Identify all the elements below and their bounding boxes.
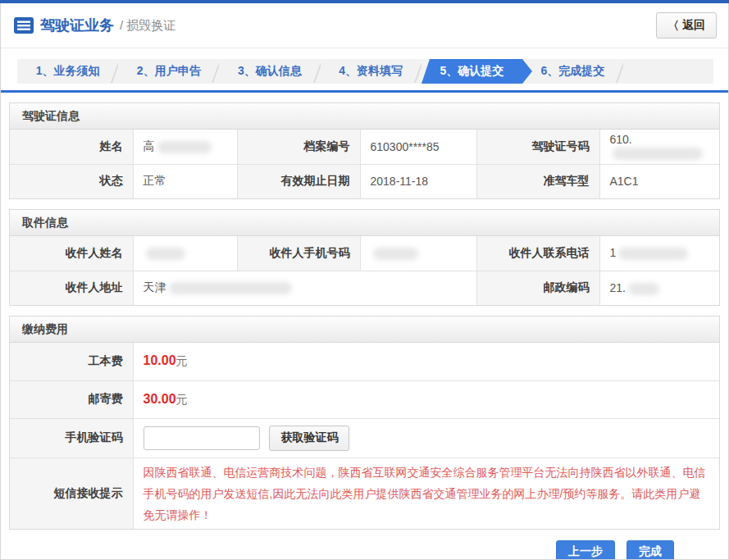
recipient-mobile-label: 收件人手机号码 (237, 236, 360, 271)
fee-unit: 元 (176, 393, 188, 406)
finish-button[interactable]: 完成 (626, 540, 674, 560)
license-number-label: 驾驶证号码 (476, 130, 599, 164)
step-tab-2: 2、用户申告 (118, 59, 219, 84)
sms-notice-cell: 因陕西省联通、电信运营商技术问题，陕西省互联网交通安全综合服务管理平台无法向持陕… (133, 458, 719, 529)
sms-code-cell: 获取验证码 (133, 418, 719, 458)
license-info-section: 驾驶证信息 姓名 高 档案编号 610300****85 驾驶证号码 610. … (9, 102, 720, 199)
status-label: 状态 (10, 164, 133, 198)
fees-section: 缴纳费用 工本费 10.00元 邮寄费 30.00元 手机验证码 获取验证码 短… (9, 316, 720, 530)
production-fee-label: 工本费 (10, 343, 133, 380)
file-number-value: 610300****85 (360, 130, 476, 164)
footer-actions: 上一步 完成 (1, 530, 728, 560)
license-number-value: 610. (599, 130, 719, 164)
fee-unit: 元 (176, 354, 188, 367)
recipient-name-label: 收件人姓名 (10, 236, 133, 271)
redacted-recipient-tel (618, 248, 688, 260)
recipient-tel-label: 收件人联系电话 (476, 236, 599, 271)
recipient-address-label: 收件人地址 (10, 271, 133, 305)
recipient-tel-text: 1 (610, 246, 617, 259)
step-wizard-underline (1, 90, 728, 93)
license-number-text: 610. (610, 133, 632, 146)
page-title: 驾驶证业务 (40, 16, 114, 35)
postage-fee-amount: 30.00 (144, 392, 176, 406)
table-row: 收件人地址 天津 邮政编码 21. (10, 271, 719, 305)
table-row: 工本费 10.00元 (10, 343, 719, 380)
step-tab-4: 4、资料填写 (321, 59, 421, 84)
recipient-address-text: 天津 (144, 280, 166, 294)
pickup-info-section: 取件信息 收件人姓名 收件人手机号码 收件人联系电话 1 收件人地址 天津 邮政… (9, 209, 720, 306)
postal-code-label: 邮政编码 (476, 271, 599, 305)
step-tab-5-label: 5、确认提交 (440, 64, 503, 79)
step-bar-filler (623, 59, 713, 84)
expiry-date-label: 有效期止日期 (237, 164, 360, 198)
table-row: 收件人姓名 收件人手机号码 收件人联系电话 1 (10, 236, 719, 271)
recipient-address-value: 天津 (133, 271, 476, 305)
table-row: 邮寄费 30.00元 (10, 380, 719, 418)
name-value-text: 高 (144, 139, 155, 153)
step-tab-5-active: 5、确认提交 (421, 59, 522, 84)
expiry-date-value: 2018-11-18 (360, 164, 476, 198)
production-fee-value: 10.00元 (133, 343, 719, 380)
table-row: 手机验证码 获取验证码 (10, 418, 719, 458)
redacted-postal-code (628, 283, 659, 295)
table-row: 姓名 高 档案编号 610300****85 驾驶证号码 610. (10, 130, 719, 164)
get-sms-code-button[interactable]: 获取验证码 (269, 426, 349, 451)
name-label: 姓名 (10, 130, 133, 164)
page-subtitle: / 损毁换证 (120, 18, 175, 34)
previous-step-button[interactable]: 上一步 (556, 540, 615, 560)
sms-notice-text: 因陕西省联通、电信运营商技术问题，陕西省互联网交通安全综合服务管理平台无法向持陕… (144, 458, 720, 529)
vehicle-class-value: A1C1 (599, 164, 719, 198)
postage-fee-value: 30.00元 (133, 380, 719, 418)
sms-code-label: 手机验证码 (10, 418, 133, 458)
production-fee-amount: 10.00 (144, 353, 176, 367)
postal-code-text: 21. (610, 281, 626, 294)
step-tab-3: 3、确认信息 (219, 59, 320, 84)
pickup-info-table: 收件人姓名 收件人手机号码 收件人联系电话 1 收件人地址 天津 邮政编码 21… (10, 236, 719, 305)
back-button-label: 返回 (682, 18, 705, 33)
status-value: 正常 (133, 164, 237, 198)
recipient-mobile-value (360, 236, 476, 271)
redacted-name (157, 141, 212, 153)
pickup-info-title: 取件信息 (10, 210, 719, 236)
table-row: 状态 正常 有效期止日期 2018-11-18 准驾车型 A1C1 (10, 164, 719, 198)
postage-fee-label: 邮寄费 (10, 380, 133, 418)
file-number-label: 档案编号 (237, 130, 360, 164)
recipient-name-value (133, 236, 237, 271)
step-wizard: 1、业务须知 2、用户申告 3、确认信息 4、资料填写 5、确认提交 6、完成提… (17, 59, 713, 84)
redacted-license-number (613, 148, 703, 160)
sms-code-input[interactable] (144, 426, 260, 450)
back-button[interactable]: 〈 返回 (656, 12, 717, 39)
active-step-arrow-icon (522, 59, 532, 84)
fees-title: 缴纳费用 (10, 316, 719, 343)
name-value: 高 (133, 130, 237, 164)
header: 驾驶证业务 / 损毁换证 〈 返回 (1, 3, 728, 48)
license-form-icon (14, 17, 34, 34)
license-info-table: 姓名 高 档案编号 610300****85 驾驶证号码 610. 状态 正常 … (10, 130, 719, 198)
step-tab-1: 1、业务须知 (17, 59, 118, 84)
fees-table: 工本费 10.00元 邮寄费 30.00元 手机验证码 获取验证码 短信接收提示… (10, 343, 719, 529)
chevron-left-icon: 〈 (667, 20, 679, 31)
table-row: 短信接收提示 因陕西省联通、电信运营商技术问题，陕西省互联网交通安全综合服务管理… (10, 458, 719, 529)
license-info-title: 驾驶证信息 (10, 103, 719, 130)
breadcrumb: 驾驶证业务 / 损毁换证 (14, 16, 175, 35)
page-frame: 驾驶证业务 / 损毁换证 〈 返回 1、业务须知 2、用户申告 3、确认信息 4… (0, 3, 729, 560)
redacted-recipient-address (169, 282, 292, 294)
redacted-recipient-mobile (373, 248, 418, 260)
recipient-tel-value: 1 (599, 236, 719, 271)
step-tab-6: 6、完成提交 (522, 59, 623, 84)
postal-code-value: 21. (599, 271, 719, 305)
sms-notice-label: 短信接收提示 (10, 458, 133, 529)
vehicle-class-label: 准驾车型 (476, 164, 599, 198)
redacted-recipient-name (146, 248, 185, 260)
